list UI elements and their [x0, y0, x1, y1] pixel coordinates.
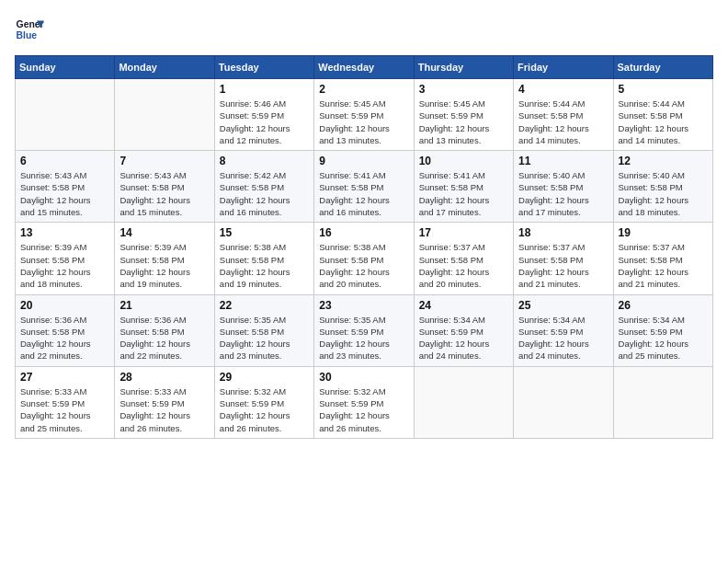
- day-number: 24: [419, 299, 508, 312]
- day-info: Sunrise: 5:36 AM Sunset: 5:58 PM Dayligh…: [20, 314, 109, 362]
- day-number: 9: [319, 155, 408, 167]
- calendar-cell: 8Sunrise: 5:42 AM Sunset: 5:58 PM Daylig…: [214, 151, 313, 223]
- calendar-cell: 26Sunrise: 5:34 AM Sunset: 5:59 PM Dayli…: [613, 294, 712, 366]
- day-info: Sunrise: 5:41 AM Sunset: 5:58 PM Dayligh…: [419, 169, 508, 218]
- day-info: Sunrise: 5:42 AM Sunset: 5:58 PM Dayligh…: [220, 169, 309, 218]
- day-info: Sunrise: 5:44 AM Sunset: 5:58 PM Dayligh…: [518, 98, 608, 146]
- col-header-friday: Friday: [514, 56, 613, 79]
- day-info: Sunrise: 5:45 AM Sunset: 5:59 PM Dayligh…: [319, 98, 408, 146]
- calendar-cell: 27Sunrise: 5:33 AM Sunset: 5:59 PM Dayli…: [16, 366, 115, 438]
- logo-icon: General Blue: [15, 15, 44, 44]
- calendar-cell: [16, 79, 115, 151]
- day-info: Sunrise: 5:32 AM Sunset: 5:59 PM Dayligh…: [220, 385, 309, 434]
- day-number: 17: [419, 226, 508, 239]
- day-number: 25: [518, 299, 608, 312]
- day-number: 19: [619, 226, 708, 239]
- day-info: Sunrise: 5:33 AM Sunset: 5:59 PM Dayligh…: [119, 385, 209, 434]
- day-number: 27: [20, 371, 109, 384]
- calendar-cell: 5Sunrise: 5:44 AM Sunset: 5:58 PM Daylig…: [613, 79, 712, 151]
- calendar-cell: 13Sunrise: 5:39 AM Sunset: 5:58 PM Dayli…: [16, 223, 115, 294]
- day-number: 10: [419, 155, 508, 167]
- day-number: 7: [119, 155, 209, 167]
- day-number: 6: [20, 155, 109, 167]
- calendar-cell: 3Sunrise: 5:45 AM Sunset: 5:59 PM Daylig…: [414, 79, 513, 151]
- col-header-sunday: Sunday: [16, 56, 115, 79]
- day-number: 3: [419, 83, 508, 96]
- calendar-cell: [414, 366, 513, 438]
- day-number: 13: [20, 226, 109, 239]
- day-number: 21: [119, 299, 209, 312]
- col-header-monday: Monday: [115, 56, 214, 79]
- day-number: 1: [220, 83, 309, 96]
- calendar-cell: 18Sunrise: 5:37 AM Sunset: 5:58 PM Dayli…: [514, 223, 613, 294]
- calendar-cell: 20Sunrise: 5:36 AM Sunset: 5:58 PM Dayli…: [16, 294, 115, 366]
- col-header-thursday: Thursday: [414, 56, 513, 79]
- calendar-cell: 14Sunrise: 5:39 AM Sunset: 5:58 PM Dayli…: [115, 223, 214, 294]
- day-number: 18: [518, 226, 608, 239]
- logo: General Blue: [15, 15, 44, 44]
- day-info: Sunrise: 5:43 AM Sunset: 5:58 PM Dayligh…: [119, 169, 209, 218]
- day-info: Sunrise: 5:39 AM Sunset: 5:58 PM Dayligh…: [20, 241, 109, 290]
- calendar-cell: 28Sunrise: 5:33 AM Sunset: 5:59 PM Dayli…: [115, 366, 214, 438]
- day-info: Sunrise: 5:39 AM Sunset: 5:58 PM Dayligh…: [119, 241, 209, 290]
- calendar-cell: 4Sunrise: 5:44 AM Sunset: 5:58 PM Daylig…: [514, 79, 613, 151]
- calendar-cell: 22Sunrise: 5:35 AM Sunset: 5:58 PM Dayli…: [214, 294, 313, 366]
- day-number: 11: [518, 155, 608, 167]
- calendar-cell: 30Sunrise: 5:32 AM Sunset: 5:59 PM Dayli…: [314, 366, 414, 438]
- col-header-tuesday: Tuesday: [214, 56, 313, 79]
- calendar-cell: 19Sunrise: 5:37 AM Sunset: 5:58 PM Dayli…: [613, 223, 712, 294]
- day-number: 29: [220, 371, 309, 384]
- calendar-cell: 12Sunrise: 5:40 AM Sunset: 5:58 PM Dayli…: [613, 151, 712, 223]
- calendar-cell: 11Sunrise: 5:40 AM Sunset: 5:58 PM Dayli…: [514, 151, 613, 223]
- day-info: Sunrise: 5:38 AM Sunset: 5:58 PM Dayligh…: [319, 241, 408, 290]
- day-info: Sunrise: 5:40 AM Sunset: 5:58 PM Dayligh…: [619, 169, 708, 218]
- calendar-cell: 15Sunrise: 5:38 AM Sunset: 5:58 PM Dayli…: [214, 223, 313, 294]
- col-header-saturday: Saturday: [613, 56, 712, 79]
- calendar-cell: 24Sunrise: 5:34 AM Sunset: 5:59 PM Dayli…: [414, 294, 513, 366]
- page-header: General Blue: [15, 15, 713, 44]
- day-info: Sunrise: 5:44 AM Sunset: 5:58 PM Dayligh…: [619, 98, 708, 146]
- calendar-cell: [115, 79, 214, 151]
- svg-text:Blue: Blue: [17, 30, 38, 40]
- day-number: 26: [619, 299, 708, 312]
- day-number: 12: [619, 155, 708, 167]
- day-info: Sunrise: 5:45 AM Sunset: 5:59 PM Dayligh…: [419, 98, 508, 146]
- calendar-table: SundayMondayTuesdayWednesdayThursdayFrid…: [15, 55, 713, 439]
- day-number: 30: [319, 371, 408, 384]
- calendar-cell: [613, 366, 712, 438]
- day-info: Sunrise: 5:34 AM Sunset: 5:59 PM Dayligh…: [619, 314, 708, 362]
- calendar-cell: [514, 366, 613, 438]
- day-info: Sunrise: 5:35 AM Sunset: 5:59 PM Dayligh…: [319, 314, 408, 362]
- day-info: Sunrise: 5:41 AM Sunset: 5:58 PM Dayligh…: [319, 169, 408, 218]
- calendar-cell: 7Sunrise: 5:43 AM Sunset: 5:58 PM Daylig…: [115, 151, 214, 223]
- calendar-cell: 1Sunrise: 5:46 AM Sunset: 5:59 PM Daylig…: [214, 79, 313, 151]
- day-number: 22: [220, 299, 309, 312]
- day-number: 2: [319, 83, 408, 96]
- day-number: 28: [119, 371, 209, 384]
- calendar-cell: 16Sunrise: 5:38 AM Sunset: 5:58 PM Dayli…: [314, 223, 414, 294]
- calendar-cell: 10Sunrise: 5:41 AM Sunset: 5:58 PM Dayli…: [414, 151, 513, 223]
- day-number: 4: [518, 83, 608, 96]
- day-info: Sunrise: 5:33 AM Sunset: 5:59 PM Dayligh…: [20, 385, 109, 434]
- day-info: Sunrise: 5:37 AM Sunset: 5:58 PM Dayligh…: [619, 241, 708, 290]
- day-info: Sunrise: 5:38 AM Sunset: 5:58 PM Dayligh…: [220, 241, 309, 290]
- day-number: 15: [220, 226, 309, 239]
- day-number: 14: [119, 226, 209, 239]
- day-number: 16: [319, 226, 408, 239]
- day-info: Sunrise: 5:46 AM Sunset: 5:59 PM Dayligh…: [220, 98, 309, 146]
- col-header-wednesday: Wednesday: [314, 56, 414, 79]
- calendar-cell: 6Sunrise: 5:43 AM Sunset: 5:58 PM Daylig…: [16, 151, 115, 223]
- day-number: 5: [619, 83, 708, 96]
- day-info: Sunrise: 5:37 AM Sunset: 5:58 PM Dayligh…: [419, 241, 508, 290]
- day-info: Sunrise: 5:35 AM Sunset: 5:58 PM Dayligh…: [220, 314, 309, 362]
- day-number: 23: [319, 299, 408, 312]
- calendar-cell: 2Sunrise: 5:45 AM Sunset: 5:59 PM Daylig…: [314, 79, 414, 151]
- calendar-cell: 23Sunrise: 5:35 AM Sunset: 5:59 PM Dayli…: [314, 294, 414, 366]
- calendar-cell: 29Sunrise: 5:32 AM Sunset: 5:59 PM Dayli…: [214, 366, 313, 438]
- day-info: Sunrise: 5:43 AM Sunset: 5:58 PM Dayligh…: [20, 169, 109, 218]
- day-info: Sunrise: 5:36 AM Sunset: 5:58 PM Dayligh…: [119, 314, 209, 362]
- calendar-cell: 17Sunrise: 5:37 AM Sunset: 5:58 PM Dayli…: [414, 223, 513, 294]
- day-number: 8: [220, 155, 309, 167]
- calendar-cell: 25Sunrise: 5:34 AM Sunset: 5:59 PM Dayli…: [514, 294, 613, 366]
- day-info: Sunrise: 5:34 AM Sunset: 5:59 PM Dayligh…: [419, 314, 508, 362]
